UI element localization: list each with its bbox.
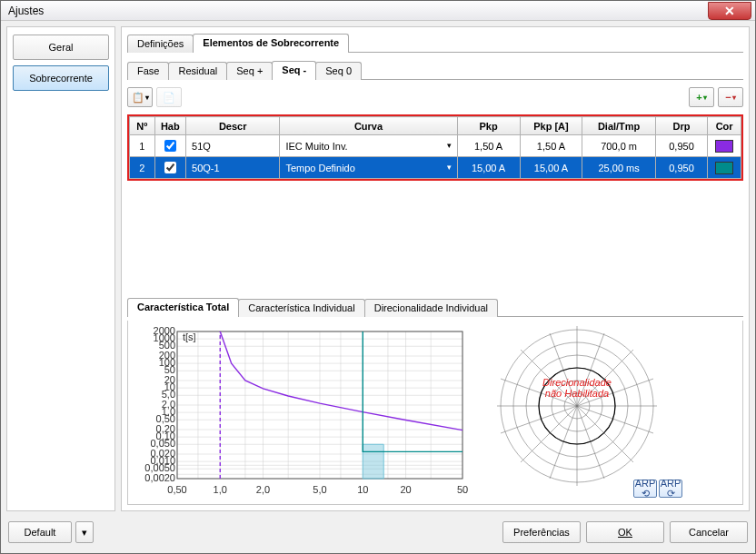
enable-checkbox[interactable] — [164, 140, 176, 152]
tab-caracteristica-individual[interactable]: Característica Individual — [238, 299, 364, 317]
cell-pkp[interactable]: 1,50 A — [457, 135, 520, 157]
cell-curva[interactable]: Tempo Definido — [280, 157, 457, 179]
cell-descr[interactable]: 50Q-1 — [186, 157, 280, 179]
svg-text:50: 50 — [457, 484, 468, 495]
svg-text:0,20: 0,20 — [156, 423, 175, 434]
col-dial[interactable]: Dial/Tmp — [582, 117, 655, 135]
tab-definicoes[interactable]: Definições — [127, 35, 194, 53]
color-swatch[interactable] — [715, 162, 733, 174]
col-curva[interactable]: Curva — [280, 117, 457, 135]
table-row[interactable]: 1 51Q IEC Muito Inv. 1,50 A 1,50 A 700,0… — [130, 135, 741, 157]
table-row[interactable]: 2 50Q-1 Tempo Definido 15,00 A 15,00 A 2… — [130, 157, 741, 179]
cell-no: 2 — [130, 157, 155, 179]
add-button[interactable]: +▾ — [689, 87, 714, 107]
cell-hab[interactable] — [154, 157, 185, 179]
chevron-down-icon: ▾ — [703, 94, 707, 102]
close-button[interactable]: ✕ — [708, 2, 751, 20]
arp-left-button[interactable]: ARP⟲ — [633, 480, 657, 498]
settings-window: Ajustes ✕ Geral Sobrecorrente Definições… — [0, 0, 756, 554]
tab-elementos[interactable]: Elementos de Sobrecorrente — [193, 34, 349, 53]
cell-pkp[interactable]: 15,00 A — [457, 157, 520, 179]
cell-curva[interactable]: IEC Muito Inv. — [280, 135, 457, 157]
toolbar: 📋▾ 📄 +▾ −▾ — [127, 87, 743, 107]
window-title: Ajustes — [1, 5, 44, 17]
sidebar-label-geral: Geral — [49, 42, 74, 53]
svg-text:20: 20 — [164, 374, 175, 385]
default-button[interactable]: Default — [8, 521, 72, 543]
main-panel: Definições Elementos de Sobrecorrente Fa… — [121, 26, 750, 511]
plus-icon: + — [696, 92, 701, 103]
copy-button[interactable]: 📋▾ — [127, 87, 153, 107]
paste-button: 📄 — [156, 87, 182, 107]
col-pkpa[interactable]: Pkp [A] — [520, 117, 582, 135]
chevron-down-icon: ▾ — [82, 527, 87, 538]
tab-caracteristica-total[interactable]: Característica Total — [127, 298, 239, 317]
directionality-disabled-label: Direcionalidade não Habilitada — [477, 377, 677, 399]
cell-descr[interactable]: 51Q — [186, 135, 280, 157]
svg-text:2000: 2000 — [154, 326, 175, 336]
sidebar: Geral Sobrecorrente — [6, 26, 115, 511]
arrow-left-icon: ⟲ — [642, 489, 650, 499]
svg-text:2,0: 2,0 — [256, 484, 270, 495]
svg-text:5,0: 5,0 — [313, 484, 326, 495]
paste-icon: 📄 — [163, 92, 175, 104]
sidebar-item-geral[interactable]: Geral — [13, 35, 109, 60]
subtab-seqm[interactable]: Seq - — [272, 61, 316, 80]
col-no[interactable]: Nº — [130, 117, 155, 135]
subtab-seq0[interactable]: Seq 0 — [315, 62, 362, 80]
tab-direcionalidade-individual[interactable]: Direcionalidade Individual — [364, 299, 498, 317]
default-dropdown-button[interactable]: ▾ — [75, 521, 94, 543]
svg-text:200: 200 — [159, 350, 175, 361]
subtab-fase[interactable]: Fase — [127, 62, 169, 80]
svg-text:0,020: 0,020 — [150, 448, 175, 459]
cell-pkpa[interactable]: 1,50 A — [520, 135, 582, 157]
cell-dial[interactable]: 25,00 ms — [582, 157, 655, 179]
cell-pkpa[interactable]: 15,00 A — [520, 157, 582, 179]
sequence-tabs: Fase Residual Seq + Seq - Seq 0 — [127, 60, 743, 80]
ok-button[interactable]: OK — [586, 521, 664, 543]
chart-tabs: Característica Total Característica Indi… — [127, 297, 743, 317]
chevron-down-icon: ▾ — [145, 94, 149, 102]
subtab-seqp[interactable]: Seq + — [226, 62, 273, 80]
sidebar-item-sobrecorrente[interactable]: Sobrecorrente — [13, 65, 109, 91]
arrow-right-icon: ⟳ — [667, 489, 675, 499]
subtab-residual[interactable]: Residual — [168, 62, 227, 80]
minus-icon: − — [725, 92, 731, 103]
chart-svg: 0,00200,00500,0100,0200,0500,100,200,501… — [134, 326, 470, 499]
copy-icon: 📋 — [132, 92, 144, 104]
col-cor[interactable]: Cor — [708, 117, 741, 135]
directional-chart: Direcionalidade não Habilitada ARP⟲ ARP⟳ — [477, 326, 677, 499]
table-empty-area — [127, 184, 743, 293]
polar-svg — [477, 326, 677, 499]
svg-text:0,0020: 0,0020 — [144, 472, 175, 483]
col-pkp[interactable]: Pkp — [457, 117, 520, 135]
chart-panel: 0,00200,00500,0100,0200,0500,100,200,501… — [127, 321, 743, 505]
cell-no: 1 — [130, 135, 155, 157]
col-descr[interactable]: Descr — [186, 117, 280, 135]
preferences-button[interactable]: Preferências — [502, 521, 581, 543]
time-current-chart: 0,00200,00500,0100,0200,0500,100,200,501… — [134, 326, 470, 499]
svg-text:2,0: 2,0 — [162, 399, 175, 410]
remove-button[interactable]: −▾ — [718, 87, 743, 107]
color-swatch[interactable] — [715, 140, 733, 153]
arp-right-button[interactable]: ARP⟳ — [659, 480, 682, 498]
svg-text:t[s]: t[s] — [183, 331, 196, 342]
enable-checkbox[interactable] — [164, 162, 176, 173]
chevron-down-icon: ▾ — [732, 94, 736, 102]
cell-dial[interactable]: 700,0 m — [582, 135, 655, 157]
cell-drp[interactable]: 0,950 — [655, 135, 707, 157]
elements-table: Nº Hab Descr Curva Pkp Pkp [A] Dial/Tmp … — [129, 116, 741, 179]
cell-cor[interactable] — [708, 157, 741, 179]
svg-text:0,50: 0,50 — [167, 484, 186, 495]
col-drp[interactable]: Drp — [655, 117, 707, 135]
svg-text:1,0: 1,0 — [214, 484, 227, 495]
footer: Default ▾ Preferências OK Cancelar — [6, 517, 750, 548]
svg-text:20: 20 — [400, 484, 411, 495]
svg-text:10: 10 — [357, 484, 368, 495]
cancel-button[interactable]: Cancelar — [670, 521, 748, 543]
col-hab[interactable]: Hab — [154, 117, 185, 135]
cell-drp[interactable]: 0,950 — [655, 157, 707, 179]
cell-cor[interactable] — [708, 135, 741, 157]
titlebar: Ajustes ✕ — [1, 1, 755, 21]
cell-hab[interactable] — [154, 135, 185, 157]
